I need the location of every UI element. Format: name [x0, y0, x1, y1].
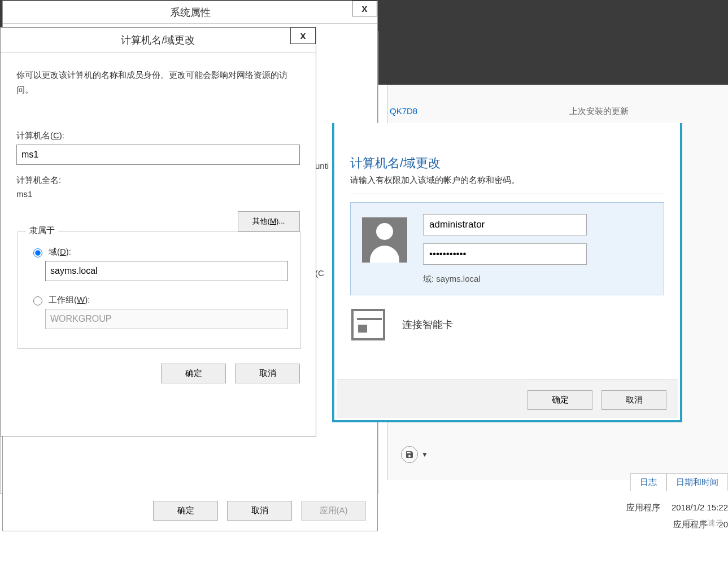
security-cancel-button[interactable]: 取消 [601, 390, 666, 410]
more-button[interactable]: 其他(M)... [238, 211, 300, 231]
watermark-text: 亿速云 [700, 518, 723, 528]
computer-name-link-fragment[interactable]: QK7D8 [390, 106, 417, 116]
windows-security-dialog: 计算机名/域更改 请输入有权限加入该域的帐户的名称和密码。 域: sayms.l… [332, 123, 682, 422]
username-input[interactable] [423, 214, 587, 235]
full-name-label: 计算机全名: [16, 175, 300, 186]
sysprop-cancel-button[interactable]: 取消 [227, 501, 292, 521]
log-row-1: 应用程序 2018/1/2 15:22 [626, 503, 728, 513]
workgroup-radio[interactable] [33, 296, 42, 305]
domain-ok-button[interactable]: 确定 [161, 364, 226, 383]
domain-dialog-title: 计算机名/域更改 [121, 33, 195, 47]
smartcard-icon [351, 309, 385, 340]
cloud-icon [684, 519, 696, 527]
user-avatar-icon [362, 217, 407, 263]
tab-datetime[interactable]: 日期和时间 [666, 473, 728, 491]
membership-fieldset: 隶属于 域(D): 工作组(W): [18, 231, 301, 349]
save-dropdown[interactable]: ▼ [401, 446, 428, 463]
domain-dialog-description: 你可以更改该计算机的名称和成员身份。更改可能会影响对网络资源的访问。 [16, 68, 300, 97]
security-subtext: 请输入有权限加入该域的帐户的名称和密码。 [350, 175, 664, 186]
save-icon [401, 446, 418, 463]
watermark: 亿速云 [684, 518, 723, 528]
sysprop-apply-button: 应用(A) [301, 501, 366, 521]
workgroup-input [45, 309, 288, 329]
system-properties-button-row: 确定 取消 应用(A) [153, 501, 366, 521]
domain-radio-label: 域(D): [49, 247, 71, 257]
domain-dialog-titlebar: 计算机名/域更改 x [1, 28, 316, 53]
password-input[interactable] [423, 243, 587, 265]
chevron-down-icon: ▼ [421, 451, 428, 458]
workgroup-radio-label: 工作组(W): [49, 295, 90, 305]
credential-domain-label: 域: sayms.local [423, 274, 652, 285]
close-icon[interactable]: x [352, 1, 377, 16]
domain-cancel-button[interactable]: 取消 [235, 364, 300, 383]
membership-legend: 隶属于 [26, 225, 58, 236]
last-update-label: 上次安装的更新 [569, 106, 629, 117]
system-properties-titlebar: 系统属性 x [3, 1, 377, 24]
credential-box: 域: sayms.local [350, 202, 664, 295]
close-icon[interactable]: x [290, 27, 316, 44]
log-app-1: 应用程序 [626, 503, 660, 513]
computer-name-label: 计算机名(C): [16, 130, 300, 141]
security-heading: 计算机名/域更改 [350, 155, 664, 172]
unti-fragment: unti [315, 161, 329, 171]
domain-change-dialog: 计算机名/域更改 x 你可以更改该计算机的名称和成员身份。更改可能会影响对网络资… [0, 27, 316, 436]
computer-name-input[interactable] [16, 145, 300, 165]
domain-radio[interactable] [33, 248, 42, 257]
tab-fragment: (C [315, 268, 324, 278]
divider [350, 194, 664, 194]
smartcard-option[interactable]: 连接智能卡 [350, 305, 664, 344]
log-date-1: 2018/1/2 15:22 [672, 503, 728, 513]
security-ok-button[interactable]: 确定 [528, 390, 592, 410]
smartcard-label: 连接智能卡 [402, 318, 453, 331]
tab-log[interactable]: 日志 [630, 473, 666, 491]
full-name-value: ms1 [16, 189, 300, 199]
log-tabs: 日志 日期和时间 [630, 473, 728, 491]
system-properties-title: 系统属性 [170, 6, 211, 19]
domain-input[interactable] [45, 261, 288, 281]
sysprop-ok-button[interactable]: 确定 [153, 501, 218, 521]
